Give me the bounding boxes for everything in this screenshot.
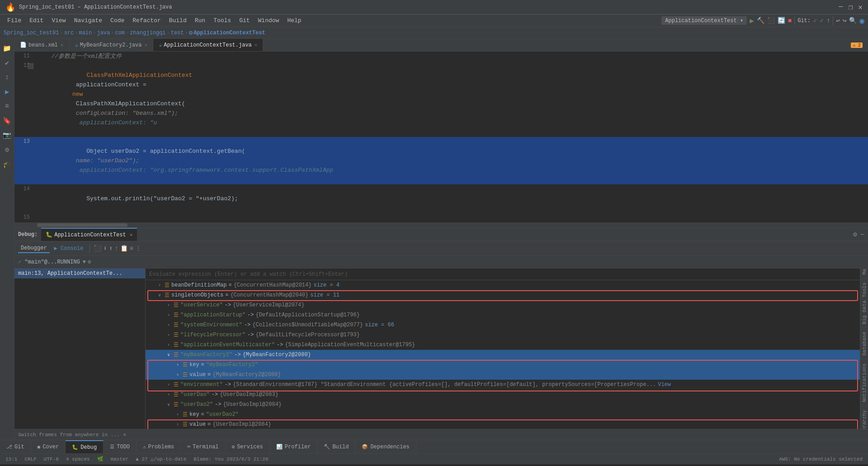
right-panel-hierarchy[interactable]: Hierarchy — [861, 406, 868, 429]
right-panel-notifications[interactable]: Notifications — [861, 359, 868, 406]
var-row-mybeanfactory[interactable]: ∨ ☰ "myBeanFactory2" -> {MyBeanFactory2@… — [146, 350, 860, 360]
breadcrumb-java[interactable]: java — [97, 30, 110, 36]
tab-beans-xml[interactable]: 📄 beans.xml ✕ — [14, 39, 69, 51]
step-over-btn[interactable]: ⬛ — [94, 245, 101, 252]
var-row-mybf-value[interactable]: › ☰ value = {MyBeanFactory2@2080} — [146, 370, 860, 380]
git-check-btn[interactable]: ✓ — [813, 17, 817, 24]
tab-close-act[interactable]: ✕ — [255, 42, 258, 48]
thread-filter-icon[interactable]: ▼ — [83, 259, 86, 265]
debugger-tab[interactable]: Debugger — [18, 244, 50, 253]
bottom-tab-services[interactable]: ⚙ Services — [226, 440, 270, 453]
run-btn[interactable]: ▶ — [750, 16, 754, 25]
sidebar-learn-icon[interactable]: 🎓 — [1, 158, 13, 170]
step-out-btn[interactable]: ⬆ — [109, 245, 113, 252]
tab-appcontexttest[interactable]: ☕ ApplicationContextTest.java ✕ — [153, 39, 263, 51]
right-panel-bigdata[interactable]: Big Data Tools — [861, 278, 868, 328]
var-row-lifecycle[interactable]: › ☰ "lifecycleProcessor" -> {DefaultLife… — [146, 330, 860, 340]
var-row-eventmc[interactable]: › ☰ "applicationEventMulticaster" -> {Si… — [146, 340, 860, 350]
sidebar-camera-icon[interactable]: 📷 — [1, 129, 13, 141]
close-btn[interactable]: ✕ — [858, 3, 863, 12]
breadcrumb-project[interactable]: Spring_ioc_test01 — [4, 30, 59, 36]
git-push-btn[interactable]: ↑ — [826, 17, 830, 24]
more-btn[interactable]: ⋮ — [135, 245, 142, 252]
menu-edit[interactable]: Edit — [26, 16, 47, 25]
run-config-dropdown[interactable]: ApplicationContextTest ▾ — [661, 16, 747, 25]
bottom-tab-git[interactable]: ⎇ Git — [0, 440, 31, 453]
thread-settings-icon[interactable]: ⚙ — [88, 259, 91, 265]
var-row-beandefinitionmap[interactable]: › ☰ beanDefinitionMap = {ConcurrentHashM… — [146, 280, 860, 290]
var-row-userdao2[interactable]: ∨ ☰ "userDao2" -> {UserDaoImpl@2084} — [146, 400, 860, 410]
menu-file[interactable]: File — [4, 16, 25, 25]
stop-btn[interactable]: ■ — [788, 17, 792, 24]
bottom-tab-profiler[interactable]: 📊 Profiler — [270, 440, 318, 453]
breadcrumb-test[interactable]: test — [171, 30, 184, 36]
undo-btn[interactable]: ↩ — [836, 17, 840, 24]
h-scrollbar[interactable] — [14, 222, 868, 228]
sidebar-toolkit-icon[interactable]: ⚙ — [1, 144, 13, 155]
debug-tab-close[interactable]: ✕ — [130, 232, 133, 238]
var-row-userservice[interactable]: › ☰ "userService" -> {UserServiceImpl@20… — [146, 300, 860, 310]
bottom-tab-todo[interactable]: ☰ TODO — [104, 440, 137, 453]
bottom-tab-terminal[interactable]: ⌨ Terminal — [181, 440, 225, 453]
view-link[interactable]: View — [658, 381, 671, 388]
git-tick-btn[interactable]: ✓ — [820, 17, 823, 24]
var-row-sysenv[interactable]: › ☰ "systemEnvironment" -> {Collections$… — [146, 320, 860, 330]
breadcrumb-src[interactable]: src — [64, 30, 74, 36]
bottom-tab-debug[interactable]: 🐛 Debug — [66, 440, 104, 453]
tab-mybeanfactory[interactable]: ☕ MyBeanFactory2.java ✕ — [69, 39, 153, 51]
breadcrumb-com[interactable]: com — [115, 30, 125, 36]
run-cursor-btn[interactable]: ↑ — [114, 245, 118, 252]
reload-btn[interactable]: 🔄 — [778, 17, 785, 24]
menu-tools[interactable]: Tools — [210, 16, 235, 25]
breadcrumb-classname[interactable]: ApplicationContextTest — [193, 30, 265, 36]
build-btn[interactable]: 🔨 — [757, 17, 764, 24]
var-row-singletonobjects[interactable]: ∨ ☰ singletonObjects = {ConcurrentHashMa… — [146, 290, 860, 300]
menu-help[interactable]: Help — [283, 16, 305, 25]
coverage-btn[interactable]: ⬛ — [767, 17, 775, 24]
tab-close-beans[interactable]: ✕ — [61, 42, 64, 48]
debug-settings-icon[interactable]: ⚙ — [853, 231, 857, 238]
debug-minimize-icon[interactable]: — — [861, 231, 864, 238]
var-row-userdao2-key[interactable]: › ☰ key = "userDao2" — [146, 410, 860, 419]
menu-view[interactable]: View — [48, 16, 69, 25]
console-tab[interactable]: ▶ Console — [52, 244, 86, 253]
menu-git[interactable]: Git — [236, 16, 253, 25]
search-btn[interactable]: 🔍 — [849, 17, 857, 24]
minimize-btn[interactable]: — — [839, 3, 843, 12]
sidebar-project-icon[interactable]: 📁 — [1, 42, 13, 54]
debug-tab[interactable]: 🐛 ApplicationContextTest ✕ — [41, 228, 137, 241]
var-row-appstartup[interactable]: › ☰ "applicationStartup" -> {DefaultAppl… — [146, 310, 860, 320]
status-indent[interactable]: 4 spaces — [66, 457, 90, 462]
bottom-tab-cover[interactable]: ◉ Cover — [31, 440, 66, 453]
menu-run[interactable]: Run — [191, 16, 209, 25]
breadcrumb-zhangjingqi[interactable]: zhangjingqi — [130, 30, 165, 36]
var-row-userdao[interactable]: › ☰ "userDao" -> {UserDaoImpl@2083} — [146, 390, 860, 400]
status-aws[interactable]: AWS: No credentials selected — [779, 457, 863, 462]
switch-frames-close[interactable]: ✕ — [123, 432, 126, 438]
menu-refactor[interactable]: Refactor — [129, 16, 164, 25]
status-encoding[interactable]: UTF-8 — [44, 457, 59, 462]
eval-expr-btn[interactable]: 📋 — [120, 245, 128, 252]
menu-window[interactable]: Window — [255, 16, 283, 25]
var-row-env[interactable]: › ☰ "environment" -> {StandardEnvironmen… — [146, 380, 860, 390]
sidebar-bookmarks-icon[interactable]: 🔖 — [1, 115, 13, 127]
sidebar-structure-icon[interactable]: ≡ — [1, 100, 13, 112]
status-crlf[interactable]: CRLF — [24, 457, 36, 462]
maximize-btn[interactable]: ❐ — [849, 3, 853, 12]
frame-item-main[interactable]: main:13, ApplicationContextTe... — [14, 268, 145, 278]
sidebar-run-icon[interactable]: ▶ — [1, 86, 13, 98]
breadcrumb-main[interactable]: main — [79, 30, 92, 36]
status-branch[interactable]: master — [111, 457, 129, 462]
menu-build[interactable]: Build — [165, 16, 190, 25]
tab-close-mybf[interactable]: ✕ — [145, 42, 148, 48]
right-panel-database[interactable]: Database — [861, 328, 868, 359]
var-row-mybf-key[interactable]: › ☰ key = "myBeanFactory2" — [146, 360, 860, 370]
menu-code[interactable]: Code — [107, 16, 128, 25]
bottom-tab-build[interactable]: 🔨 Build — [317, 440, 355, 453]
bottom-tab-deps[interactable]: 📦 Dependencies — [355, 440, 416, 453]
evaluate-bar[interactable]: Evaluate expression (Enter) or add a wat… — [146, 268, 860, 280]
bottom-tab-problems[interactable]: ⚠ Problems — [137, 440, 181, 453]
step-into-btn[interactable]: ⬇ — [103, 245, 107, 252]
sidebar-commit-icon[interactable]: ✔ — [1, 57, 13, 69]
menu-navigate[interactable]: Navigate — [71, 16, 106, 25]
